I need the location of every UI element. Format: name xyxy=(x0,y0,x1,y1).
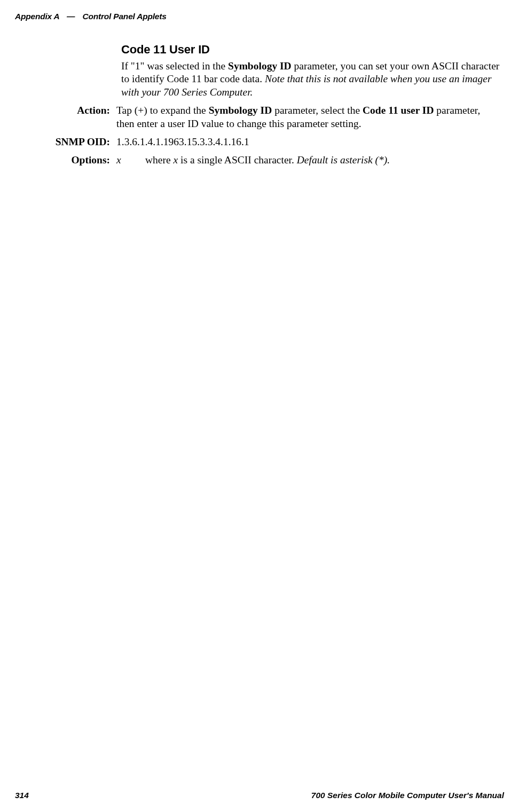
action-mid: parameter, select the xyxy=(272,105,363,116)
action-bold-code11: Code 11 user ID xyxy=(363,105,434,116)
options-x-var: x xyxy=(116,154,145,167)
manual-title: 700 Series Color Mobile Computer User's … xyxy=(311,791,504,800)
page-header: Appendix A — Control Panel Applets xyxy=(15,12,167,21)
options-prefix: where xyxy=(145,154,174,165)
action-label: Action: xyxy=(0,104,116,130)
page-footer: 314 700 Series Color Mobile Computer Use… xyxy=(15,791,504,800)
em-dash: — xyxy=(67,12,75,21)
options-label: Options: xyxy=(0,154,116,167)
options-italic-default: Default is asterisk (*). xyxy=(297,154,390,165)
action-value: Tap (+) to expand the Symbology ID param… xyxy=(116,104,519,130)
content-area: Code 11 User ID If "1" was selected in t… xyxy=(0,43,519,172)
action-prefix: Tap (+) to expand the xyxy=(116,105,209,116)
intro-prefix: If "1" was selected in the xyxy=(121,60,228,72)
options-text: where x is a single ASCII character. Def… xyxy=(145,154,500,167)
intro-bold-symbology: Symbology ID xyxy=(228,60,292,72)
options-value: x where x is a single ASCII character. D… xyxy=(116,154,519,167)
snmp-row: SNMP OID: 1.3.6.1.4.1.1963.15.3.3.4.1.16… xyxy=(0,136,519,148)
page-number: 314 xyxy=(15,791,29,800)
action-row: Action: Tap (+) to expand the Symbology … xyxy=(0,104,519,130)
snmp-value: 1.3.6.1.4.1.1963.15.3.3.4.1.16.1 xyxy=(116,136,519,148)
appendix-label: Appendix A xyxy=(15,12,59,21)
action-bold-symbology: Symbology ID xyxy=(209,105,272,116)
options-italic-x: x xyxy=(174,154,178,165)
intro-paragraph: If "1" was selected in the Symbology ID … xyxy=(121,60,500,99)
section-title: Code 11 User ID xyxy=(121,43,519,57)
snmp-label: SNMP OID: xyxy=(0,136,116,148)
options-mid: is a single ASCII character. xyxy=(178,154,297,165)
header-title: Control Panel Applets xyxy=(83,12,167,21)
options-row: Options: x where x is a single ASCII cha… xyxy=(0,154,519,167)
